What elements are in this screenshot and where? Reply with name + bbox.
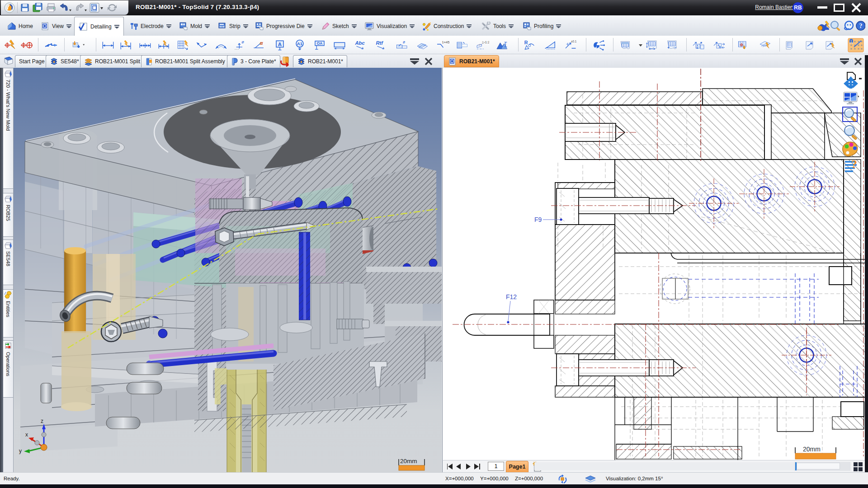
svg-text:x: x bbox=[25, 432, 28, 438]
svg-text:y: y bbox=[19, 448, 22, 454]
svg-text:α: α bbox=[260, 40, 264, 46]
svg-text:±0.1: ±0.1 bbox=[571, 40, 577, 43]
svg-text:20mm: 20mm bbox=[400, 458, 417, 465]
svg-text:R: R bbox=[524, 40, 528, 45]
svg-text:20mm: 20mm bbox=[803, 446, 821, 453]
svg-text:A: A bbox=[278, 42, 282, 47]
svg-text:?: ? bbox=[851, 158, 857, 171]
svg-text:z: z bbox=[41, 418, 43, 424]
svg-text:OA: OA bbox=[317, 41, 323, 46]
svg-text:1×45: 1×45 bbox=[442, 40, 450, 44]
svg-text:A1: A1 bbox=[297, 41, 303, 46]
svg-text:F9: F9 bbox=[534, 216, 542, 223]
svg-text:ø: ø bbox=[403, 40, 405, 44]
svg-text:Rtf: Rtf bbox=[376, 40, 384, 46]
svg-text:Abc: Abc bbox=[355, 40, 365, 46]
svg-text:ø: ø bbox=[241, 40, 244, 44]
svg-text:B: B bbox=[697, 47, 698, 49]
svg-text:?: ? bbox=[859, 23, 863, 29]
svg-text:F12: F12 bbox=[506, 293, 517, 300]
svg-text:B: B bbox=[719, 46, 721, 48]
svg-text:▷1:2: ▷1:2 bbox=[482, 40, 489, 44]
